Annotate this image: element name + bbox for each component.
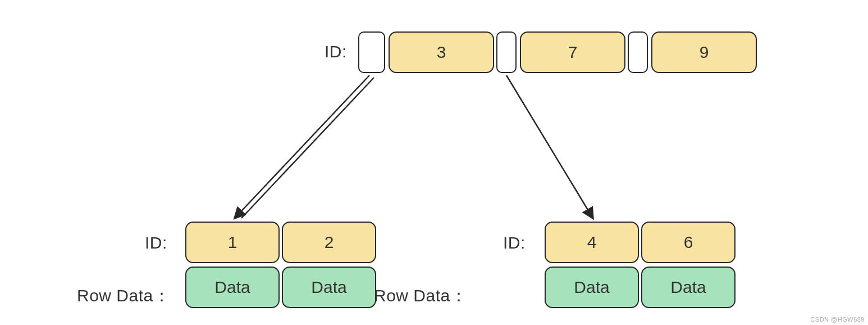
root-pointer-1	[496, 31, 517, 73]
leaf2-rowdata-label: Row Data：	[374, 285, 467, 308]
leaf2-data-cell-1: Data	[641, 267, 735, 308]
root-pointer-0	[358, 31, 385, 73]
arrow-right	[506, 75, 593, 218]
leaf1-id-cell-0: 1	[185, 222, 280, 263]
leaf2-id-cell-0: 4	[545, 222, 639, 263]
root-id-label: ID:	[325, 42, 347, 61]
root-id-cell-2: 9	[651, 31, 757, 73]
leaf2-id-label: ID:	[503, 233, 526, 252]
leaf2-data-cell-0: Data	[545, 267, 639, 308]
root-pointer-2	[628, 31, 648, 73]
arrow-left-b	[241, 78, 374, 218]
arrow-left-a	[235, 75, 369, 218]
leaf2-id-cell-1: 6	[641, 222, 735, 263]
root-id-cell-1: 7	[520, 31, 625, 73]
leaf1-data-cell-1: Data	[282, 267, 376, 308]
root-id-cell-0: 3	[389, 31, 494, 73]
watermark: CSDN @HGW689	[810, 316, 865, 323]
leaf1-rowdata-label: Row Data：	[77, 285, 170, 308]
leaf1-data-cell-0: Data	[185, 267, 280, 308]
leaf1-id-cell-1: 2	[282, 222, 376, 263]
leaf1-id-label: ID:	[145, 233, 167, 252]
